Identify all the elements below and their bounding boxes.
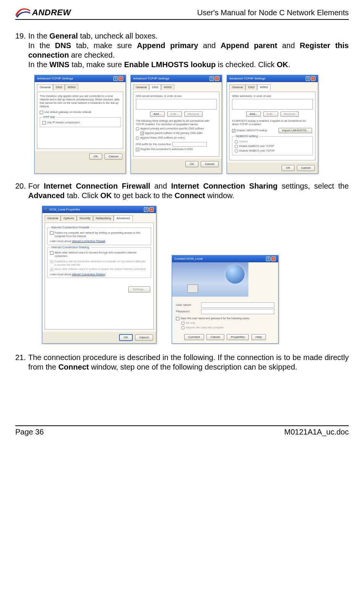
ok-button[interactable]: OK xyxy=(119,334,133,341)
content: 19. In the General tab, uncheck all boxe… xyxy=(15,31,349,372)
window-connect: Connect DCM_Local ? × User name: Passwor… xyxy=(172,255,279,344)
password-input[interactable] xyxy=(201,309,274,314)
close-icon[interactable]: × xyxy=(119,76,123,81)
help-icon[interactable]: ? xyxy=(266,257,271,261)
checkbox-icf[interactable] xyxy=(50,231,53,235)
link-icf[interactable]: Internet Connection Firewall xyxy=(72,240,105,242)
ok-button[interactable]: OK xyxy=(282,165,295,171)
ok-button[interactable]: OK xyxy=(185,161,198,167)
step-19: 19. In the General tab, uncheck all boxe… xyxy=(15,31,349,69)
screenshots-row-2: 🔌 DCM_Local Properties ? × General Optio… xyxy=(42,206,349,344)
computer-icon xyxy=(187,284,198,293)
window-tcpip-wins: Advanced TCP/IP Settings ? × General DNS… xyxy=(227,75,318,174)
screenshots-row-1: Advanced TCP/IP Settings ? × General DNS… xyxy=(34,75,349,174)
window-tcpip-general: Advanced TCP/IP Settings ? × General DNS… xyxy=(34,75,126,174)
add-button[interactable]: Add... xyxy=(150,111,165,117)
link-ics[interactable]: Internet Connection Sharing xyxy=(72,273,105,276)
close-icon[interactable]: × xyxy=(311,76,316,81)
checkbox-ip-header[interactable] xyxy=(42,121,46,124)
checkbox-lmhosts[interactable] xyxy=(232,129,235,132)
cancel-button[interactable]: Cancel xyxy=(206,334,224,340)
username-input[interactable] xyxy=(201,302,274,308)
help-icon[interactable]: ? xyxy=(113,76,118,81)
connect-button[interactable]: Connect xyxy=(184,334,204,340)
tab-general[interactable]: General xyxy=(37,84,53,90)
window-titlebar: Advanced TCP/IP Settings ? × xyxy=(35,75,126,82)
tab-general[interactable]: General xyxy=(45,215,61,221)
help-icon[interactable]: ? xyxy=(306,76,310,81)
general-description: This checkbox only applies when you are … xyxy=(40,94,121,108)
step-20: 20. For Internet Connection Firewall and… xyxy=(15,181,349,200)
step-number: 19. xyxy=(15,31,28,69)
cancel-button[interactable]: Cancel xyxy=(105,153,122,160)
page-number: Page 36 xyxy=(15,428,44,436)
dns-suffix-input[interactable] xyxy=(172,142,207,147)
globe-icon xyxy=(225,265,245,284)
window-tcpip-dns: Advanced TCP/IP Settings ? × General DNS… xyxy=(130,75,222,174)
tab-networking[interactable]: Networking xyxy=(93,215,114,221)
step-21: 21. The connection procedure is describe… xyxy=(15,353,349,372)
connect-banner-image xyxy=(172,262,248,297)
window-dcm-properties: 🔌 DCM_Local Properties ? × General Optio… xyxy=(42,206,156,344)
close-icon[interactable]: × xyxy=(149,207,154,212)
doc-title: User's Manual for Node C Network Element… xyxy=(197,8,349,17)
properties-button[interactable]: Properties xyxy=(227,334,249,340)
tab-dns[interactable]: DNS xyxy=(53,84,65,90)
page-header: ANDREW User's Manual for Node C Network … xyxy=(15,8,349,20)
help-button[interactable]: Help xyxy=(251,334,266,340)
cancel-button[interactable]: Cancel xyxy=(135,334,153,341)
tab-security[interactable]: Security xyxy=(77,215,93,221)
doc-id: M0121A1A_uc.doc xyxy=(284,428,349,436)
help-icon[interactable]: ? xyxy=(209,76,214,81)
cancel-button[interactable]: Cancel xyxy=(297,165,315,171)
checkbox-save-creds[interactable] xyxy=(176,317,179,320)
cancel-button[interactable]: Cancel xyxy=(201,161,219,167)
logo: ANDREW xyxy=(15,8,71,18)
close-icon[interactable]: × xyxy=(215,76,219,81)
ok-button[interactable]: OK xyxy=(89,153,102,160)
logo-text: ANDREW xyxy=(32,8,71,18)
settings-button[interactable]: Settings... xyxy=(128,286,150,292)
checkbox-ics[interactable] xyxy=(50,251,53,255)
close-icon[interactable]: × xyxy=(271,257,276,261)
tab-wins[interactable]: WINS xyxy=(65,84,78,90)
import-lmhosts-button[interactable]: Import LMHOSTS... xyxy=(279,128,312,133)
page-footer: Page 36 M0121A1A_uc.doc xyxy=(15,425,349,436)
help-icon[interactable]: ? xyxy=(144,207,148,212)
logo-swoosh-icon xyxy=(15,8,31,18)
tab-advanced[interactable]: Advanced xyxy=(114,215,133,221)
checkbox-default-gateway[interactable] xyxy=(40,111,43,114)
tab-options[interactable]: Options xyxy=(61,215,77,221)
